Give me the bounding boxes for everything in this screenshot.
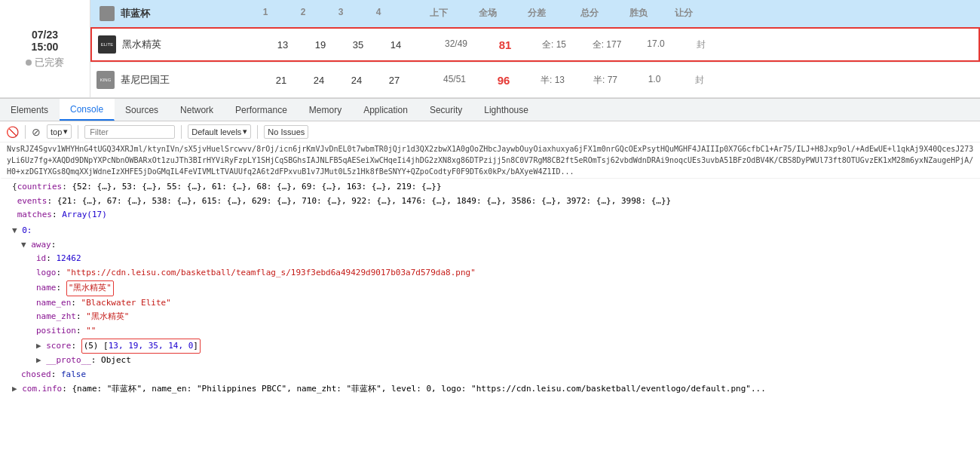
tree-root-0: ▼ 0: xyxy=(6,224,974,238)
toolbar-divider1 xyxy=(25,125,26,139)
team1-q3: 35 xyxy=(339,39,377,51)
team1-totals: 32/49 81 全: 15 全: 177 17.0 封 xyxy=(430,38,724,51)
issues-dropdown[interactable]: No Issues xyxy=(264,125,308,139)
status-label: 已完赛 xyxy=(35,56,64,69)
team1-rang: 封 xyxy=(678,38,724,51)
team2-q1: 21 xyxy=(262,75,300,86)
toolbar-divider4 xyxy=(257,125,258,139)
levels-dropdown[interactable]: Default levels ▾ xyxy=(188,124,251,139)
sports-section: 07/23 15:00 已完赛 菲蓝杯 1 2 3 4 上下 全场 分差 总分 … xyxy=(0,0,980,98)
team2-half: 半: 13 xyxy=(526,74,579,87)
tree-events: events: {21: {…}, 67: {…}, 538: {…}, 615… xyxy=(6,195,974,209)
tab-lighthouse[interactable]: Lighthouse xyxy=(473,99,540,121)
header-updown: 上下 xyxy=(412,7,465,20)
team2-win: 1.0 xyxy=(632,74,677,87)
tree-id: id: 12462 xyxy=(6,252,974,266)
team1-scores: 13 19 35 14 xyxy=(264,39,415,51)
header-total: 全场 xyxy=(465,7,510,20)
tree-chosed: chosed: false xyxy=(6,368,974,382)
header-q3: 3 xyxy=(322,7,360,20)
team2-info: KING 基尼巴国王 xyxy=(96,71,262,89)
header-q1: 1 xyxy=(247,7,284,20)
tree-name-en: name_en: "Blackwater Elite" xyxy=(6,296,974,311)
team1-q4: 14 xyxy=(377,39,415,51)
league-icon xyxy=(100,6,115,21)
tab-performance[interactable]: Performance xyxy=(225,99,299,121)
tab-application[interactable]: Application xyxy=(353,99,419,121)
filter-input[interactable] xyxy=(84,125,175,139)
team2-updown: 45/51 xyxy=(428,74,481,87)
team1-win: 17.0 xyxy=(633,38,678,51)
toolbar-divider2 xyxy=(78,125,78,139)
tree-away: ▼ away: xyxy=(6,238,974,253)
tab-elements[interactable]: Elements xyxy=(0,99,60,121)
header-diff: 分差 xyxy=(510,7,563,20)
team2-totals: 45/51 96 半: 13 半: 77 1.0 封 xyxy=(428,74,722,87)
tab-security[interactable]: Security xyxy=(419,99,473,121)
team1-q2: 19 xyxy=(302,39,339,51)
league-header: 菲蓝杯 1 2 3 4 上下 全场 分差 总分 胜负 让分 xyxy=(90,0,980,27)
match-row-team2[interactable]: KING 基尼巴国王 21 24 24 27 45/51 96 半: 13 半:… xyxy=(90,62,980,97)
status-dot-icon xyxy=(26,60,32,66)
team2-scores: 21 24 24 27 xyxy=(262,75,413,86)
tree-proto: ▶ __proto__: Object xyxy=(6,354,974,368)
tree-logo: logo: "https://cdn.leisu.com/basketball/… xyxy=(6,266,974,280)
tree-position: position: "" xyxy=(6,324,974,339)
team1-info: ELITE 黑水精英 xyxy=(98,35,264,54)
team1-total: 81 xyxy=(482,38,528,51)
header-q2: 2 xyxy=(284,7,322,20)
date-column: 07/23 15:00 已完赛 xyxy=(0,0,90,97)
header-win: 胜负 xyxy=(616,7,661,20)
match-date: 07/23 xyxy=(32,29,58,41)
team1-half: 全: 15 xyxy=(528,38,580,51)
filter-icon[interactable]: ⊘ xyxy=(32,126,41,138)
console-toolbar: 🚫 ⊘ top ▾ Default levels ▾ No Issues xyxy=(0,121,980,142)
tree-name: name: "黑水精英" xyxy=(6,280,974,296)
match-status: 已完赛 xyxy=(26,56,64,69)
tree-name-zht: name_zht: "黑水精英" xyxy=(6,310,974,324)
header-rang: 让分 xyxy=(661,7,706,20)
team2-name: 基尼巴国王 xyxy=(121,73,170,87)
team2-q2: 24 xyxy=(300,75,338,86)
team1-q1: 13 xyxy=(264,39,302,51)
team1-logo: ELITE xyxy=(98,35,116,54)
team1-total2: 全: 177 xyxy=(580,38,633,51)
log-line-encoded: NvsRJZ4Sgvv1WHYHnG4tUGQ34XRJml/ktynIVn/s… xyxy=(0,142,980,179)
console-output[interactable]: NvsRJZ4Sgvv1WHYHnG4tUGQ34XRJml/ktynIVn/s… xyxy=(0,142,980,475)
matches-column: 菲蓝杯 1 2 3 4 上下 全场 分差 总分 胜负 让分 ELITE 黑水精英 xyxy=(90,0,980,97)
issues-label: No Issues xyxy=(268,127,305,136)
league-name: 菲蓝杯 xyxy=(121,7,150,20)
levels-chevron-icon: ▾ xyxy=(243,127,247,136)
context-label: top xyxy=(51,127,62,136)
levels-label: Default levels xyxy=(191,127,241,136)
team1-name: 黑水精英 xyxy=(122,38,161,51)
tab-console[interactable]: Console xyxy=(60,99,115,121)
header-sum: 总分 xyxy=(563,7,616,20)
team2-q3: 24 xyxy=(338,75,375,86)
toolbar-divider3 xyxy=(181,125,182,139)
tree-countries: {countries: {52: {…}, 53: {…}, 55: {…}, … xyxy=(6,180,974,195)
clear-console-icon[interactable]: 🚫 xyxy=(6,126,19,138)
tab-memory[interactable]: Memory xyxy=(299,99,353,121)
team2-total2: 半: 77 xyxy=(579,74,632,87)
team2-logo: KING xyxy=(96,71,115,89)
team2-q4: 27 xyxy=(375,75,413,86)
tree-com-info: ▶ com.info: {name: "菲蓝杯", name_en: "Phil… xyxy=(6,382,974,397)
match-row-team1[interactable]: ELITE 黑水精英 13 19 35 14 32/49 81 全: 15 全:… xyxy=(90,27,980,63)
tab-network[interactable]: Network xyxy=(170,99,225,121)
tree-score: ▶ score: (5) [13, 19, 35, 14, 0] xyxy=(6,339,974,354)
tab-sources[interactable]: Sources xyxy=(115,99,170,121)
tree-section: {countries: {52: {…}, 53: {…}, 55: {…}, … xyxy=(0,179,980,397)
tree-matches: matches: Array(17) xyxy=(6,208,974,222)
match-time: 15:00 xyxy=(32,41,59,53)
team2-rang: 封 xyxy=(677,74,722,87)
devtools-tabs: Elements Console Sources Network Perform… xyxy=(0,99,980,121)
chevron-down-icon: ▾ xyxy=(63,127,68,136)
header-q4: 4 xyxy=(360,7,397,20)
team2-total: 96 xyxy=(481,74,526,87)
devtools-panel: Elements Console Sources Network Perform… xyxy=(0,98,980,475)
context-dropdown[interactable]: top ▾ xyxy=(47,124,72,139)
team1-updown: 32/49 xyxy=(430,38,482,51)
